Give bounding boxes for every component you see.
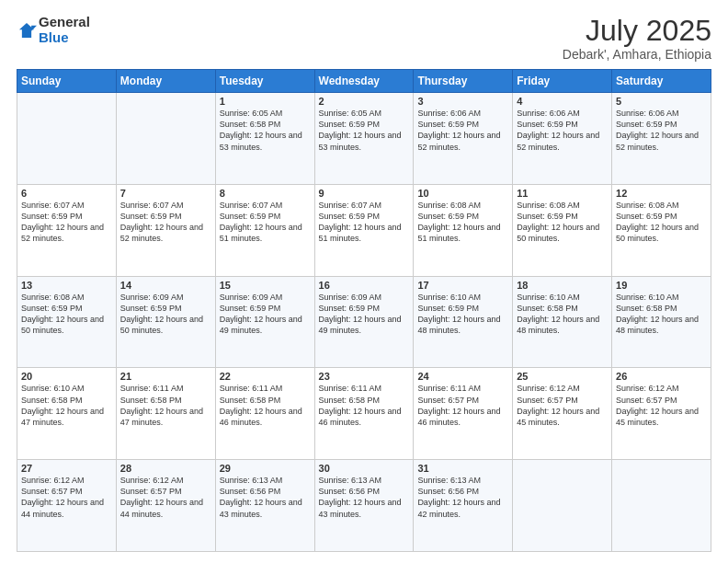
calendar-cell: 3Sunrise: 6:06 AMSunset: 6:59 PMDaylight… [414, 93, 513, 185]
day-number: 14 [120, 280, 211, 291]
cell-info: Sunrise: 6:11 AMSunset: 6:57 PMDaylight:… [417, 383, 508, 428]
calendar-cell: 1Sunrise: 6:05 AMSunset: 6:58 PMDaylight… [215, 93, 314, 185]
cell-info: Sunrise: 6:13 AMSunset: 6:56 PMDaylight:… [417, 475, 508, 520]
cell-info: Sunrise: 6:05 AMSunset: 6:59 PMDaylight:… [319, 108, 410, 153]
day-number: 21 [120, 371, 211, 382]
calendar-cell: 14Sunrise: 6:09 AMSunset: 6:59 PMDayligh… [116, 276, 215, 368]
calendar-cell: 5Sunrise: 6:06 AMSunset: 6:59 PMDaylight… [612, 93, 711, 185]
day-number: 12 [616, 188, 707, 199]
title-block: July 2025 Debark', Amhara, Ethiopia [563, 15, 711, 62]
calendar-cell: 4Sunrise: 6:06 AMSunset: 6:59 PMDaylight… [513, 93, 612, 185]
calendar-cell [612, 460, 711, 552]
day-number: 19 [616, 280, 707, 291]
cell-info: Sunrise: 6:10 AMSunset: 6:58 PMDaylight:… [21, 383, 112, 428]
cell-info: Sunrise: 6:08 AMSunset: 6:59 PMDaylight:… [21, 292, 112, 337]
calendar-cell: 16Sunrise: 6:09 AMSunset: 6:59 PMDayligh… [314, 276, 414, 368]
svg-marker-1 [31, 25, 37, 30]
calendar-cell: 11Sunrise: 6:08 AMSunset: 6:59 PMDayligh… [513, 184, 612, 276]
col-thursday: Thursday [414, 70, 513, 93]
col-sunday: Sunday [17, 70, 117, 93]
day-number: 4 [517, 96, 608, 107]
calendar-cell: 24Sunrise: 6:11 AMSunset: 6:57 PMDayligh… [414, 368, 513, 460]
calendar-week-5: 27Sunrise: 6:12 AMSunset: 6:57 PMDayligh… [17, 460, 711, 552]
day-number: 22 [220, 371, 311, 382]
header: General Blue July 2025 Debark', Amhara, … [17, 15, 711, 62]
day-number: 1 [220, 96, 311, 107]
calendar-cell: 7Sunrise: 6:07 AMSunset: 6:59 PMDaylight… [116, 184, 215, 276]
cell-info: Sunrise: 6:13 AMSunset: 6:56 PMDaylight:… [319, 475, 410, 520]
cell-info: Sunrise: 6:10 AMSunset: 6:58 PMDaylight:… [616, 292, 707, 337]
day-number: 16 [319, 280, 410, 291]
cell-info: Sunrise: 6:11 AMSunset: 6:58 PMDaylight:… [120, 383, 211, 428]
col-monday: Monday [116, 70, 215, 93]
cell-info: Sunrise: 6:09 AMSunset: 6:59 PMDaylight:… [220, 292, 311, 337]
cell-info: Sunrise: 6:08 AMSunset: 6:59 PMDaylight:… [517, 200, 608, 245]
calendar-cell: 12Sunrise: 6:08 AMSunset: 6:59 PMDayligh… [612, 184, 711, 276]
cell-info: Sunrise: 6:09 AMSunset: 6:59 PMDaylight:… [319, 292, 410, 337]
calendar-cell: 13Sunrise: 6:08 AMSunset: 6:59 PMDayligh… [17, 276, 117, 368]
calendar-cell: 23Sunrise: 6:11 AMSunset: 6:58 PMDayligh… [314, 368, 414, 460]
calendar-cell: 28Sunrise: 6:12 AMSunset: 6:57 PMDayligh… [116, 460, 215, 552]
calendar-cell: 18Sunrise: 6:10 AMSunset: 6:58 PMDayligh… [513, 276, 612, 368]
calendar-week-2: 6Sunrise: 6:07 AMSunset: 6:59 PMDaylight… [17, 184, 711, 276]
day-number: 23 [319, 371, 410, 382]
day-number: 28 [120, 463, 211, 474]
cell-info: Sunrise: 6:07 AMSunset: 6:59 PMDaylight:… [21, 200, 112, 245]
cell-info: Sunrise: 6:12 AMSunset: 6:57 PMDaylight:… [616, 383, 707, 428]
day-number: 15 [220, 280, 311, 291]
day-number: 29 [220, 463, 311, 474]
day-number: 18 [517, 280, 608, 291]
cell-info: Sunrise: 6:06 AMSunset: 6:59 PMDaylight:… [417, 108, 508, 153]
cell-info: Sunrise: 6:12 AMSunset: 6:57 PMDaylight:… [21, 475, 112, 520]
calendar-week-1: 1Sunrise: 6:05 AMSunset: 6:58 PMDaylight… [17, 93, 711, 185]
calendar-cell: 15Sunrise: 6:09 AMSunset: 6:59 PMDayligh… [215, 276, 314, 368]
day-number: 24 [417, 371, 508, 382]
cell-info: Sunrise: 6:11 AMSunset: 6:58 PMDaylight:… [319, 383, 410, 428]
calendar-cell: 31Sunrise: 6:13 AMSunset: 6:56 PMDayligh… [414, 460, 513, 552]
cell-info: Sunrise: 6:12 AMSunset: 6:57 PMDaylight:… [517, 383, 608, 428]
day-number: 8 [220, 188, 311, 199]
calendar-cell: 6Sunrise: 6:07 AMSunset: 6:59 PMDaylight… [17, 184, 117, 276]
cell-info: Sunrise: 6:09 AMSunset: 6:59 PMDaylight:… [120, 292, 211, 337]
calendar-cell: 17Sunrise: 6:10 AMSunset: 6:59 PMDayligh… [414, 276, 513, 368]
day-number: 5 [616, 96, 707, 107]
calendar-cell: 10Sunrise: 6:08 AMSunset: 6:59 PMDayligh… [414, 184, 513, 276]
cell-info: Sunrise: 6:08 AMSunset: 6:59 PMDaylight:… [616, 200, 707, 245]
page-title: July 2025 [563, 15, 711, 47]
logo-blue: Blue [39, 29, 69, 45]
day-number: 31 [417, 463, 508, 474]
cell-info: Sunrise: 6:06 AMSunset: 6:59 PMDaylight:… [517, 108, 608, 153]
col-tuesday: Tuesday [215, 70, 314, 93]
page-subtitle: Debark', Amhara, Ethiopia [563, 47, 711, 62]
day-number: 3 [417, 96, 508, 107]
day-number: 27 [21, 463, 112, 474]
calendar-cell: 26Sunrise: 6:12 AMSunset: 6:57 PMDayligh… [612, 368, 711, 460]
cell-info: Sunrise: 6:06 AMSunset: 6:59 PMDaylight:… [616, 108, 707, 153]
day-number: 20 [21, 371, 112, 382]
day-number: 13 [21, 280, 112, 291]
cell-info: Sunrise: 6:13 AMSunset: 6:56 PMDaylight:… [220, 475, 311, 520]
calendar-week-4: 20Sunrise: 6:10 AMSunset: 6:58 PMDayligh… [17, 368, 711, 460]
logo: General Blue [17, 15, 90, 45]
day-number: 17 [417, 280, 508, 291]
cell-info: Sunrise: 6:10 AMSunset: 6:59 PMDaylight:… [417, 292, 508, 337]
calendar-cell: 2Sunrise: 6:05 AMSunset: 6:59 PMDaylight… [314, 93, 414, 185]
calendar-cell: 27Sunrise: 6:12 AMSunset: 6:57 PMDayligh… [17, 460, 117, 552]
cell-info: Sunrise: 6:07 AMSunset: 6:59 PMDaylight:… [120, 200, 211, 245]
col-wednesday: Wednesday [314, 70, 414, 93]
logo-icon [17, 20, 37, 40]
day-number: 7 [120, 188, 211, 199]
calendar-cell: 20Sunrise: 6:10 AMSunset: 6:58 PMDayligh… [17, 368, 117, 460]
day-number: 26 [616, 371, 707, 382]
calendar-header-row: Sunday Monday Tuesday Wednesday Thursday… [17, 70, 711, 93]
cell-info: Sunrise: 6:11 AMSunset: 6:58 PMDaylight:… [220, 383, 311, 428]
calendar-cell: 29Sunrise: 6:13 AMSunset: 6:56 PMDayligh… [215, 460, 314, 552]
calendar-cell: 19Sunrise: 6:10 AMSunset: 6:58 PMDayligh… [612, 276, 711, 368]
calendar-cell: 8Sunrise: 6:07 AMSunset: 6:59 PMDaylight… [215, 184, 314, 276]
calendar-cell: 22Sunrise: 6:11 AMSunset: 6:58 PMDayligh… [215, 368, 314, 460]
calendar-cell: 21Sunrise: 6:11 AMSunset: 6:58 PMDayligh… [116, 368, 215, 460]
calendar-cell: 25Sunrise: 6:12 AMSunset: 6:57 PMDayligh… [513, 368, 612, 460]
cell-info: Sunrise: 6:05 AMSunset: 6:58 PMDaylight:… [220, 108, 311, 153]
col-saturday: Saturday [612, 70, 711, 93]
calendar-cell [17, 93, 117, 185]
